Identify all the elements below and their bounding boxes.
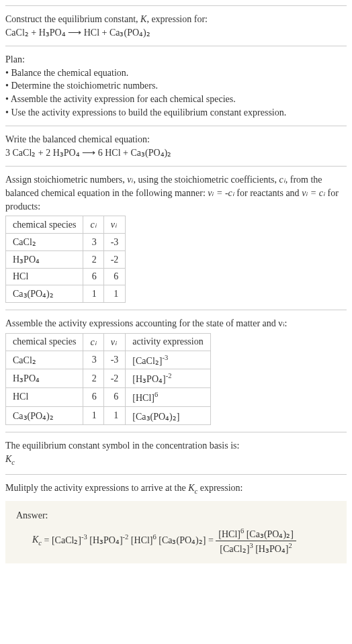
td-ci: 6 bbox=[83, 388, 103, 407]
table-header-row: chemical species cᵢ νᵢ bbox=[6, 216, 126, 234]
th-nui: νᵢ bbox=[103, 216, 126, 234]
fd2e: 2 bbox=[289, 542, 292, 549]
expr-base: [CaCl₂] bbox=[132, 355, 162, 365]
td-nui: -2 bbox=[103, 369, 126, 388]
Kc-K: K bbox=[32, 535, 38, 545]
answer-exp1: -3 bbox=[81, 533, 87, 541]
stoich-ci: cᵢ bbox=[279, 175, 285, 185]
td-ci: 1 bbox=[83, 285, 103, 303]
multiply-t2: expression: bbox=[197, 483, 243, 493]
answer-t1: = [CaCl₂] bbox=[42, 535, 81, 545]
stoich-eq2: νᵢ = cᵢ bbox=[302, 188, 325, 198]
td-nui: -3 bbox=[103, 351, 126, 369]
td-ci: 2 bbox=[83, 369, 103, 388]
td-ci: 3 bbox=[83, 351, 103, 369]
table-row: H₃PO₄ 2 -2 [H₃PO₄]-2 bbox=[6, 369, 211, 388]
unbalanced-equation: CaCl₂ + H₃PO₄ ⟶ HCl + Ca₃(PO₄)₂ bbox=[5, 26, 347, 40]
td-species: CaCl₂ bbox=[6, 234, 83, 251]
td-nui: 6 bbox=[103, 388, 126, 407]
td-ci: 6 bbox=[83, 269, 103, 285]
table-row: H₃PO₄ 2 -2 bbox=[6, 251, 126, 269]
title-K: K bbox=[140, 14, 146, 24]
plan-item: • Determine the stoichiometric numbers. bbox=[5, 79, 347, 93]
td-species: HCl bbox=[6, 269, 83, 285]
expr-exp: 6 bbox=[155, 391, 158, 398]
frac-denominator: [CaCl₂]3 [H₃PO₄]2 bbox=[216, 541, 296, 555]
td-ci: 3 bbox=[83, 234, 103, 251]
balanced-section: Write the balanced chemical equation: 3 … bbox=[5, 126, 347, 166]
eqconst-symbol: Kc bbox=[5, 453, 347, 467]
Kc-K: K bbox=[188, 483, 194, 493]
Kc-K: K bbox=[5, 454, 11, 464]
plan-item: • Assemble the activity expression for e… bbox=[5, 93, 347, 106]
fn2: [Ca₃(PO₄)₂] bbox=[244, 528, 294, 539]
expr-exp: -2 bbox=[166, 372, 172, 379]
td-nui: 1 bbox=[103, 406, 126, 425]
Kc-sub: c bbox=[11, 459, 15, 466]
td-activity: [CaCl₂]-3 bbox=[126, 351, 210, 369]
multiply-text: Mulitply the activity expressions to arr… bbox=[5, 481, 347, 496]
expr-base: [H₃PO₄] bbox=[132, 374, 165, 384]
td-species: H₃PO₄ bbox=[6, 251, 83, 269]
balanced-equation: 3 CaCl₂ + 2 H₃PO₄ ⟶ 6 HCl + Ca₃(PO₄)₂ bbox=[5, 146, 347, 160]
expr-exp: -3 bbox=[162, 354, 168, 361]
th-species: chemical species bbox=[6, 216, 83, 234]
header-section: Construct the equilibrium constant, K, e… bbox=[5, 5, 347, 46]
frac-numerator: [HCl]6 [Ca₃(PO₄)₂] bbox=[216, 526, 296, 541]
td-activity: [Ca₃(PO₄)₂] bbox=[126, 406, 210, 425]
answer-fraction: [HCl]6 [Ca₃(PO₄)₂][CaCl₂]3 [H₃PO₄]2 bbox=[216, 526, 296, 556]
td-ci: 1 bbox=[83, 406, 103, 425]
eqconst-section: The equilibrium constant symbol in the c… bbox=[5, 432, 347, 474]
td-nui: -3 bbox=[103, 234, 126, 251]
stoich-eq1: νᵢ = -cᵢ bbox=[208, 188, 234, 198]
th-species: chemical species bbox=[6, 333, 83, 351]
th-activity: activity expression bbox=[126, 333, 210, 351]
table-header-row: chemical species cᵢ νᵢ activity expressi… bbox=[6, 333, 211, 351]
table-row: CaCl₂ 3 -3 bbox=[6, 234, 126, 251]
title-text: Construct the equilibrium constant, bbox=[5, 14, 140, 24]
td-ci: 2 bbox=[83, 251, 103, 269]
td-activity: [H₃PO₄]-2 bbox=[126, 369, 210, 388]
td-activity: [HCl]6 bbox=[126, 388, 210, 407]
expr-base: [Ca₃(PO₄)₂] bbox=[132, 411, 179, 421]
th-nui: νᵢ bbox=[103, 333, 126, 351]
stoich-text: Assign stoichiometric numbers, νᵢ, using… bbox=[5, 173, 347, 213]
stoich-table: chemical species cᵢ νᵢ CaCl₂ 3 -3 H₃PO₄ … bbox=[5, 216, 126, 303]
table-row: Ca₃(PO₄)₂ 1 1 [Ca₃(PO₄)₂] bbox=[6, 406, 211, 425]
th-ci: cᵢ bbox=[83, 333, 103, 351]
activity-table: chemical species cᵢ νᵢ activity expressi… bbox=[5, 333, 211, 426]
answer-t3: [HCl] bbox=[128, 535, 152, 545]
table-row: HCl 6 6 bbox=[6, 269, 126, 285]
eqconst-text: The equilibrium constant symbol in the c… bbox=[5, 439, 347, 453]
multiply-Kc: Kc bbox=[188, 483, 197, 493]
table-row: CaCl₂ 3 -3 [CaCl₂]-3 bbox=[6, 351, 211, 369]
td-nui: -2 bbox=[103, 251, 126, 269]
td-species: HCl bbox=[6, 388, 83, 407]
title-text-end: , expression for: bbox=[146, 14, 208, 24]
plan-item: • Use the activity expressions to build … bbox=[5, 106, 347, 120]
stoich-t2: , using the stoichiometric coefficients, bbox=[133, 175, 279, 185]
activity-heading: Assemble the activity expressions accoun… bbox=[5, 317, 347, 330]
fd2: [H₃PO₄] bbox=[253, 543, 289, 553]
td-nui: 6 bbox=[103, 269, 126, 285]
answer-label: Answer: bbox=[16, 509, 336, 522]
stoich-t1: Assign stoichiometric numbers, bbox=[5, 175, 127, 185]
stoich-section: Assign stoichiometric numbers, νᵢ, using… bbox=[5, 166, 347, 310]
title-line: Construct the equilibrium constant, K, e… bbox=[5, 13, 347, 26]
td-species: H₃PO₄ bbox=[6, 369, 83, 388]
multiply-section: Mulitply the activity expressions to arr… bbox=[5, 474, 347, 570]
stoich-t4: for reactants and bbox=[234, 188, 302, 198]
answer-box: Answer: Kc = [CaCl₂]-3 [H₃PO₄]-2 [HCl]6 … bbox=[5, 501, 347, 563]
td-species: CaCl₂ bbox=[6, 351, 83, 369]
fd1: [CaCl₂] bbox=[220, 543, 249, 553]
th-ci: cᵢ bbox=[83, 216, 103, 234]
answer-t4: [Ca₃(PO₄)₂] = bbox=[157, 535, 216, 545]
plan-heading: Plan: bbox=[5, 53, 347, 66]
answer-Kc: Kc bbox=[32, 535, 42, 545]
fn1: [HCl] bbox=[218, 528, 240, 539]
plan-section: Plan: • Balance the chemical equation. •… bbox=[5, 46, 347, 126]
balanced-heading: Write the balanced chemical equation: bbox=[5, 133, 347, 146]
answer-equation: Kc = [CaCl₂]-3 [H₃PO₄]-2 [HCl]6 [Ca₃(PO₄… bbox=[16, 526, 336, 556]
expr-base: [HCl] bbox=[132, 393, 155, 403]
td-species: Ca₃(PO₄)₂ bbox=[6, 285, 83, 303]
